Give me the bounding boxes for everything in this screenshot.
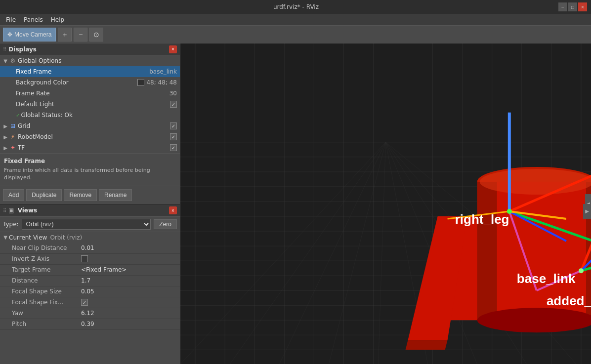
robot-model-checkbox[interactable]: ✓ (170, 133, 177, 140)
target-frame-label: Target Frame (0, 266, 79, 273)
pitch-row: Pitch 0.39 (0, 319, 180, 330)
global-options-expand-icon: ▼ (2, 58, 9, 64)
near-clip-value: 0.01 (79, 244, 180, 251)
close-button[interactable]: × (578, 2, 587, 11)
views-zero-button[interactable]: Zero (154, 219, 177, 229)
default-light-row[interactable]: Default Light ✓ (0, 99, 180, 110)
global-status-check-icon: ✓ (16, 113, 20, 118)
global-status-row[interactable]: ✓ Global Status: Ok (0, 110, 180, 121)
move-camera-button[interactable]: ✥ Move Camera (3, 28, 56, 41)
focal-shape-size-value: 0.05 (79, 288, 180, 295)
button-bar: Add Duplicate Remove Rename (0, 186, 180, 204)
window-controls: − □ × (558, 2, 587, 11)
remove-display-button[interactable]: − (74, 28, 87, 41)
tf-row[interactable]: ▶ ✦ TF ✓ (0, 142, 180, 153)
grid-row[interactable]: ▶ ⊞ Grid ✓ (0, 121, 180, 131)
views-type-label: Type: (3, 221, 19, 228)
3d-viewport[interactable]: right_leg base_link added_base ◀ ▶ (180, 43, 591, 364)
views-panel-header-left: ⠿ ▣ Views (3, 207, 37, 214)
pitch-value: 0.39 (79, 321, 180, 327)
scene-svg: right_leg base_link added_base (180, 43, 591, 364)
fixed-frame-label: Fixed Frame (16, 68, 149, 75)
tf-checkbox[interactable]: ✓ (170, 144, 177, 151)
invert-z-value (79, 255, 180, 262)
info-text: Frame into which all data is transformed… (4, 166, 176, 182)
current-view-label: Current View (9, 234, 47, 241)
distance-row: Distance 1.7 (0, 276, 180, 286)
frame-rate-label: Frame Rate (16, 90, 169, 97)
default-light-value: ✓ (170, 101, 180, 108)
add-button[interactable]: Add (3, 189, 24, 201)
rename-button[interactable]: Rename (99, 189, 132, 201)
fixed-frame-row[interactable]: Fixed Frame base_link (0, 66, 180, 77)
displays-panel-header: ⠿ Displays × (0, 43, 180, 55)
displays-drag-icon: ⠿ (3, 46, 6, 52)
views-icon: ▣ (8, 207, 14, 214)
tf-label: TF (18, 144, 170, 151)
svg-point-45 (477, 308, 591, 332)
views-type-row: Type: Orbit (rviz) Zero (0, 217, 180, 232)
titlebar: urdf.rviz* - RViz − □ × (0, 0, 591, 14)
maximize-button[interactable]: □ (568, 2, 577, 11)
tf-checkbox-value: ✓ (170, 144, 180, 151)
menu-panels[interactable]: Panels (20, 15, 47, 24)
current-view-type: Orbit (rviz) (50, 234, 82, 241)
menubar: File Panels Help (0, 14, 591, 26)
robot-model-expand-icon: ▶ (2, 134, 9, 140)
invert-z-checkbox[interactable] (81, 255, 88, 262)
background-color-label: Background Color (16, 79, 137, 86)
svg-rect-43 (477, 182, 497, 320)
background-color-row[interactable]: Background Color 48; 48; 48 (0, 77, 180, 88)
views-type-select[interactable]: Orbit (rviz) (22, 219, 151, 230)
current-view-header[interactable]: ▼ Current View Orbit (rviz) (0, 232, 180, 243)
toolbar: ✥ Move Camera + − ⊙ (0, 26, 591, 43)
background-color-value: 48; 48; 48 (137, 79, 180, 86)
displays-panel-close[interactable]: × (169, 45, 177, 53)
svg-point-62 (579, 268, 584, 273)
yaw-row: Yaw 6.12 (0, 308, 180, 319)
views-panel: ⠿ ▣ Views × Type: Orbit (rviz) Zero ▼ Cu… (0, 204, 180, 364)
move-camera-icon: ✥ (7, 31, 12, 38)
duplicate-button[interactable]: Duplicate (26, 189, 62, 201)
views-panel-close[interactable]: × (169, 206, 177, 214)
default-light-checkbox[interactable]: ✓ (170, 101, 177, 108)
fixed-frame-value: base_link (149, 68, 180, 75)
left-panel: ⠿ Displays × ▼ ⚙ Global Options Fixed Fr… (0, 43, 180, 364)
tf-icon: ✦ (9, 144, 17, 152)
scroll-right-arrow[interactable]: ▶ (583, 204, 591, 219)
global-options-gear-icon: ⚙ (9, 57, 17, 65)
menu-help[interactable]: Help (47, 15, 68, 24)
remove-button[interactable]: Remove (64, 189, 97, 201)
global-status-label: Global Status: Ok (21, 112, 180, 119)
tf-expand-icon: ▶ (2, 145, 9, 151)
displays-tree: ▼ ⚙ Global Options Fixed Frame base_link… (0, 55, 180, 153)
current-view-expand-icon: ▼ (2, 235, 9, 240)
frame-rate-value: 30 (169, 90, 180, 97)
add-display-button[interactable]: + (58, 28, 72, 41)
focal-shape-fix-checkbox[interactable]: ✓ (81, 299, 88, 306)
near-clip-row: Near Clip Distance 0.01 (0, 243, 180, 254)
frame-rate-row[interactable]: Frame Rate 30 (0, 88, 180, 99)
camera-icon-button[interactable]: ⊙ (89, 28, 103, 41)
minimize-button[interactable]: − (558, 2, 567, 11)
svg-text:right_leg: right_leg (455, 212, 509, 227)
global-options-row[interactable]: ▼ ⚙ Global Options (0, 55, 180, 66)
window-title: urdf.rviz* - RViz (34, 3, 558, 10)
views-panel-title: Views (18, 207, 38, 214)
distance-label: Distance (0, 277, 79, 284)
grid-checkbox[interactable]: ✓ (170, 122, 177, 129)
menu-file[interactable]: File (2, 15, 20, 24)
grid-icon: ⊞ (9, 122, 17, 130)
focal-shape-fix-value: ✓ (79, 299, 180, 306)
main-layout: ⠿ Displays × ▼ ⚙ Global Options Fixed Fr… (0, 43, 591, 364)
invert-z-label: Invert Z Axis (0, 255, 79, 262)
invert-z-row: Invert Z Axis (0, 254, 180, 265)
grid-label: Grid (18, 122, 170, 129)
global-options-label: Global Options (18, 57, 180, 64)
robot-model-row[interactable]: ▶ ⚡ RobotModel ✓ (0, 131, 180, 142)
yaw-label: Yaw (0, 310, 79, 317)
displays-panel-title: Displays (8, 46, 37, 53)
robot-model-checkbox-value: ✓ (170, 133, 180, 140)
background-color-swatch[interactable] (137, 79, 144, 86)
views-content: ▼ Current View Orbit (rviz) Near Clip Di… (0, 232, 180, 364)
